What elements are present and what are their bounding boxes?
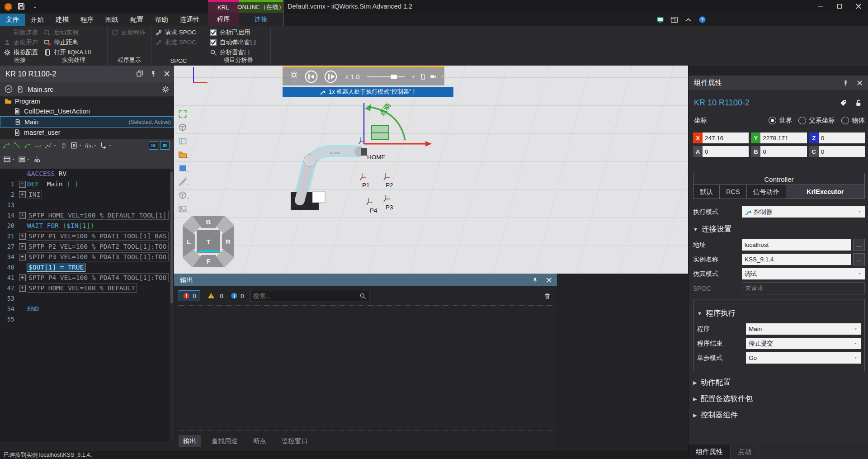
dropdown-caret-icon[interactable] — [53, 143, 57, 147]
program-tool-arrow-arc-button[interactable] — [24, 141, 32, 150]
property-value-实例名称[interactable]: KSS_9.1.4 — [742, 254, 851, 265]
code-line[interactable]: 21+SPTP P1 VEL=100 % PDAT1 TOOL[1] BAS — [0, 231, 170, 241]
viewport-tool-folder-button[interactable] — [176, 148, 189, 161]
krl-code-editor[interactable]: &ACCESS RV1−DEF Main ( )2+INI1314+SPTP H… — [0, 169, 170, 441]
info-filter-button[interactable]: 0 — [227, 291, 248, 301]
menu-tab-图纸[interactable]: 图纸 — [99, 14, 124, 26]
maximize-button[interactable] — [830, 0, 849, 13]
record-video-icon[interactable] — [430, 73, 437, 80]
viewport-tool-measure-button[interactable] — [176, 175, 189, 189]
code-line[interactable]: 20WAIT FOR ($IN[1]) — [0, 221, 170, 231]
menu-tab-帮助[interactable]: 帮助 — [149, 14, 174, 26]
editor-scrollbar[interactable] — [170, 170, 174, 441]
error-filter-button[interactable]: 0 — [179, 290, 200, 301]
ribbon-button-打开 iiQKA.UI[interactable]: 打开 iiQKA.UI — [44, 47, 105, 57]
code-line[interactable]: 2+INI — [0, 189, 170, 200]
viewport-tool-cube-button[interactable] — [176, 189, 189, 202]
program-tool-spline-button[interactable] — [34, 141, 42, 150]
dropdown-caret-icon[interactable] — [78, 143, 82, 147]
tree-item-Main[interactable]: Main(Selected, Active) — [0, 116, 174, 128]
sim-settings-caret-icon[interactable] — [292, 79, 296, 83]
sim-settings-gear-icon[interactable] — [290, 71, 298, 79]
code-line[interactable]: 1−DEF Main ( ) — [0, 179, 170, 189]
save-icon[interactable] — [17, 2, 25, 10]
record-caret-icon[interactable] — [440, 75, 444, 79]
speed-slider-handle[interactable] — [391, 75, 397, 79]
section-程序执行[interactable]: ▼程序执行 — [697, 308, 861, 318]
fold-toggle[interactable]: + — [19, 243, 26, 250]
collapse-ribbon-icon[interactable] — [684, 16, 692, 24]
program-tool-paneldots-button[interactable] — [3, 155, 16, 164]
ribbon-button-更新程序[interactable]: 更新程序 — [111, 28, 149, 37]
output-tab-断点[interactable]: 断点 — [249, 435, 271, 447]
main-src-row[interactable]: Main.src — [0, 82, 174, 97]
code-line[interactable]: 53 — [0, 293, 170, 304]
property-value-执行模式[interactable]: 控制器 — [742, 206, 865, 218]
fold-toggle[interactable]: + — [19, 285, 26, 292]
viewport-tool-fit-view-button[interactable] — [176, 107, 189, 121]
tree-item-CollDetect_UserAction[interactable]: CollDetect_UserAction — [0, 106, 174, 116]
fold-toggle[interactable]: + — [19, 274, 26, 281]
property-value-单步模式[interactable]: Go — [746, 352, 861, 364]
tree-item-masref_user[interactable]: masref_user — [0, 128, 174, 137]
undock-icon[interactable] — [136, 70, 143, 77]
search-input[interactable] — [250, 293, 359, 299]
axis-value[interactable]: 0 — [819, 132, 865, 143]
dropdown-caret-icon[interactable] — [11, 157, 15, 161]
code-line[interactable]: 13 — [0, 200, 170, 210]
controller-tab-KrlExecutor[interactable]: KrlExecutor — [786, 185, 865, 199]
pin-icon[interactable] — [150, 70, 157, 77]
program-tool-npts-button[interactable] — [44, 141, 57, 150]
ribbon-button-停止距离[interactable]: 停止距离 — [44, 38, 105, 47]
property-value-地址[interactable]: localhost — [742, 239, 851, 251]
collapse-circle-icon[interactable] — [5, 85, 13, 93]
unlock-icon[interactable] — [854, 99, 862, 107]
view-cube[interactable]: B L R F T — [182, 215, 235, 268]
property-value-仿真模式[interactable]: 调试 — [742, 268, 865, 279]
speed-slider[interactable] — [367, 75, 405, 79]
output-tab-监控窗口[interactable]: 监控窗口 — [277, 435, 312, 447]
code-line[interactable]: &ACCESS RV — [0, 169, 170, 179]
dropdown-caret-icon[interactable] — [108, 143, 112, 147]
pin-icon[interactable] — [532, 277, 538, 284]
tab-krl[interactable]: KRL 程序 — [208, 0, 239, 26]
output-tab-输出[interactable]: 输出 — [179, 435, 201, 447]
close-icon[interactable] — [546, 277, 552, 284]
section-控制器组件[interactable]: ▶控制器组件 — [693, 410, 865, 420]
tag-icon[interactable] — [840, 99, 847, 107]
program-tool-fx-button[interactable]: f(x) — [85, 141, 98, 150]
dropdown-caret-icon[interactable] — [857, 271, 862, 276]
close-icon[interactable] — [856, 80, 863, 86]
dropdown-caret-icon[interactable] — [186, 183, 190, 187]
code-line[interactable]: 47+SPTP HOME VEL=100 % DEFAULT — [0, 283, 170, 293]
menu-tab-连通性[interactable]: 连通性 — [174, 14, 206, 26]
ribbon-button-模拟配置[interactable]: 模拟配置 — [4, 47, 38, 57]
controller-tab-默认[interactable]: 默认 — [693, 185, 720, 199]
program-tool-hand-button[interactable] — [59, 141, 68, 150]
code-line[interactable]: 34+SPTP P3 VEL=100 % PDAT3 TOOL[1]:TOO — [0, 252, 170, 262]
browse-button[interactable]: … — [853, 253, 865, 265]
increase-speed-icon[interactable] — [410, 74, 416, 80]
gear-icon[interactable] — [162, 85, 170, 93]
search-icon[interactable] — [359, 293, 366, 299]
ribbon-button-刷新连接[interactable]: 刷新连接 — [4, 28, 38, 37]
online-tab-subtitle[interactable]: 连接 — [239, 13, 283, 26]
point-label-p4[interactable]: P4 — [370, 207, 377, 214]
menu-tab-配置[interactable]: 配置 — [124, 14, 149, 26]
toggle-ID-button[interactable]: ID — [160, 141, 170, 150]
ribbon-button-批准 SPOC[interactable]: 批准 SPOC — [155, 38, 204, 47]
dropdown-caret-icon[interactable] — [186, 170, 190, 173]
virtual-monitor-icon[interactable] — [656, 16, 664, 24]
code-line[interactable]: 14+SPTP HOME VEL=100 % DEFAULT TOOL[1] — [0, 210, 170, 221]
dropdown-caret-icon[interactable] — [26, 157, 30, 161]
browse-button[interactable]: … — [853, 239, 865, 251]
coord-frame-radio-物体[interactable]: 物体 — [841, 116, 865, 125]
point-label-home[interactable]: HOME — [367, 154, 386, 161]
program-tool-arrow-curve-button[interactable] — [3, 141, 11, 150]
fold-toggle[interactable]: + — [19, 191, 26, 198]
menu-tab-程序[interactable]: 程序 — [75, 14, 99, 26]
fold-toggle[interactable]: + — [19, 212, 26, 219]
view-cube-top[interactable]: T — [197, 230, 220, 253]
program-tool-panellines-button[interactable] — [18, 155, 31, 164]
reset-simulation-button[interactable] — [305, 70, 318, 83]
